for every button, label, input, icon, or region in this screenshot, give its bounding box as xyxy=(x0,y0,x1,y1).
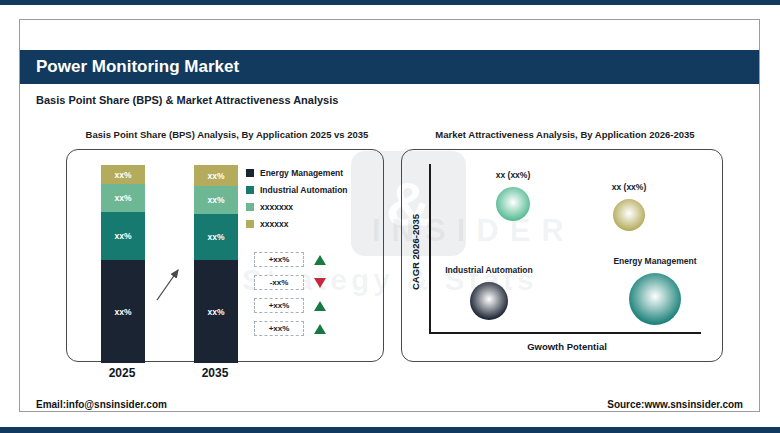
bubble-point xyxy=(496,187,530,221)
legend-swatch xyxy=(246,169,254,177)
legend-item: Energy Management xyxy=(246,164,348,181)
trend-up-icon xyxy=(314,324,326,334)
stacked-bar-2025: xx%xx%xx%xx% xyxy=(101,165,145,363)
page-title: Power Monitoring Market xyxy=(36,57,239,77)
page-subtitle: Basis Point Share (BPS) & Market Attract… xyxy=(36,94,338,106)
bar-segment: xx% xyxy=(194,186,238,214)
delta-value-box: +xx% xyxy=(254,298,304,313)
bubble-label: Energy Management xyxy=(613,256,696,266)
trend-up-icon xyxy=(314,255,326,265)
segment-value-label: xx% xyxy=(114,170,131,180)
top-accent-strip xyxy=(0,0,780,5)
segment-value-label: xx% xyxy=(207,171,224,181)
legend-item: Industrial Automation xyxy=(246,181,348,198)
infographic-card: & INSIDER Strategy & Stats Power Monitor… xyxy=(19,19,760,412)
segment-value-label: xx% xyxy=(207,232,224,242)
bar-segment: xx% xyxy=(101,184,145,212)
legend-swatch xyxy=(246,186,254,194)
legend-label: Energy Management xyxy=(260,168,343,178)
bubble-label: xx (xx%) xyxy=(612,182,647,192)
legend-item: xxxxxxx xyxy=(246,198,348,215)
bps-analysis-panel: xx%xx%xx%xx% xx%xx%xx%xx% Energy Managem… xyxy=(66,149,384,362)
bar-category-2025: 2025 xyxy=(92,366,152,380)
legend-item: xxxxxx xyxy=(246,215,348,232)
attractiveness-panel: CAGR 2026-2035 Gwowth Potential xx (xx%)… xyxy=(401,149,723,362)
legend-label: Industrial Automation xyxy=(260,185,348,195)
segment-value-label: xx% xyxy=(114,193,131,203)
legend-swatch xyxy=(246,220,254,228)
trend-up-icon xyxy=(314,301,326,311)
attractiveness-chart-title: Market Attractiveness Analysis, By Appli… xyxy=(410,129,720,140)
segment-value-label: xx% xyxy=(114,231,131,241)
segment-value-label: xx% xyxy=(207,195,224,205)
trend-down-icon xyxy=(314,278,326,288)
legend-swatch xyxy=(246,203,254,211)
delta-value-box: +xx% xyxy=(254,252,304,267)
bubble-plot-area: xx (xx%)xx (xx%)Industrial AutomationEne… xyxy=(402,150,722,361)
growth-arrow-icon xyxy=(151,262,189,306)
delta-row: +xx% xyxy=(254,321,326,336)
segment-value-label: xx% xyxy=(114,307,131,317)
bar-segment: xx% xyxy=(194,214,238,260)
bar-segment: xx% xyxy=(194,165,238,186)
bar-segment: xx% xyxy=(101,260,145,363)
delta-value: +xx% xyxy=(269,255,290,264)
bar-segment: xx% xyxy=(101,165,145,184)
bottom-accent-strip xyxy=(0,427,780,433)
bubble-point xyxy=(629,273,681,325)
bps-chart-title: Basis Point Share (BPS) Analysis, By App… xyxy=(62,129,392,140)
legend-label: xxxxxx xyxy=(260,219,288,229)
delta-row: +xx% xyxy=(254,252,326,267)
footer-source: Source:www.snsinsider.com xyxy=(607,399,743,410)
footer-email: Email:info@snsinsider.com xyxy=(36,399,167,410)
delta-value: +xx% xyxy=(269,324,290,333)
bps-delta-list: +xx%-xx%+xx%+xx% xyxy=(254,252,326,344)
legend-label: xxxxxxx xyxy=(260,202,293,212)
delta-value-box: -xx% xyxy=(254,275,304,290)
bps-legend: Energy ManagementIndustrial Automationxx… xyxy=(246,164,348,232)
delta-value-box: +xx% xyxy=(254,321,304,336)
delta-value: +xx% xyxy=(269,301,290,310)
segment-value-label: xx% xyxy=(207,307,224,317)
bubble-point xyxy=(613,199,645,231)
bar-category-2035: 2035 xyxy=(185,366,245,380)
bar-segment: xx% xyxy=(101,212,145,260)
delta-row: +xx% xyxy=(254,298,326,313)
bubble-point xyxy=(470,282,508,320)
delta-value: -xx% xyxy=(270,278,289,287)
title-bar: Power Monitoring Market xyxy=(20,50,759,84)
delta-row: -xx% xyxy=(254,275,326,290)
bubble-label: Industrial Automation xyxy=(445,265,533,275)
bubble-label: xx (xx%) xyxy=(496,170,531,180)
stacked-bar-2035: xx%xx%xx%xx% xyxy=(194,165,238,363)
bar-segment: xx% xyxy=(194,260,238,363)
